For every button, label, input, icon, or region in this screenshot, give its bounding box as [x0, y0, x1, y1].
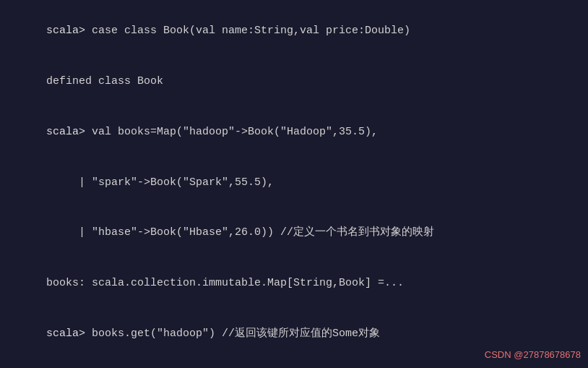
prompt-1: scala>	[46, 25, 92, 37]
code-4: | "spark"->Book("Spark",55.5),	[46, 176, 274, 189]
line-3: scala> val books=Map("hadoop"->Book("Had…	[7, 107, 581, 158]
watermark: CSDN @27878678678	[485, 348, 581, 362]
code-content: scala> case class Book(val name:String,v…	[7, 6, 581, 368]
line-4: | "spark"->Book("Spark",55.5),	[7, 157, 581, 207]
line-6: books: scala.collection.immutable.Map[St…	[7, 258, 581, 309]
terminal-window: scala> case class Book(val name:String,v…	[0, 0, 588, 368]
code-5: | "hbase"->Book("Hbase",26.0)) //定义一个书名到…	[46, 226, 434, 239]
prompt-3: scala>	[46, 126, 92, 138]
code-1: case class Book(val name:String,val pric…	[92, 25, 410, 37]
line-2: defined class Book	[7, 56, 581, 107]
line-1: scala> case class Book(val name:String,v…	[7, 6, 581, 56]
code-3: val books=Map("hadoop"->Book("Hadoop",35…	[92, 126, 378, 138]
output-2: defined class Book	[46, 75, 163, 87]
prompt-7: scala>	[46, 328, 92, 340]
code-7: books.get("hadoop") //返回该键所对应值的Some对象	[92, 328, 380, 340]
output-6: books: scala.collection.immutable.Map[St…	[46, 277, 404, 289]
line-5: | "hbase"->Book("Hbase",26.0)) //定义一个书名到…	[7, 207, 581, 258]
